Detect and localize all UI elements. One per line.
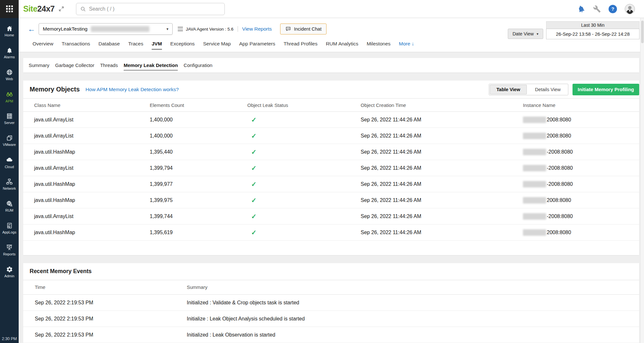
monitor-selector-dropdown[interactable]: MemoryLeakTesting ▾ [39, 23, 173, 35]
memory-event-row[interactable]: Sep 26, 2022 2:19:53 PM Initialize : Lea… [23, 311, 639, 327]
sidebar-item-home[interactable]: Home [0, 20, 19, 42]
incident-chat-label: Incident Chat [294, 26, 321, 32]
sidebar-item-reports[interactable]: Reports [0, 239, 19, 261]
binoculars-icon [6, 91, 13, 98]
tab-rum-analytics[interactable]: RUM Analytics [326, 40, 358, 48]
instance-name-cell: 2008:8080 [523, 133, 639, 139]
event-summary-cell: Initialize : Leak Object Analysis schedu… [187, 316, 639, 322]
column-header-instance-name: Instance Name [523, 102, 639, 108]
elements-count-cell: 1,395,440 [150, 149, 247, 155]
leak-status-cell: ✓ [247, 213, 361, 220]
memory-object-row[interactable]: java.util.ArrayList 1,399,794 ✓ Sep 26, … [23, 160, 639, 176]
jvm-subtabs: SummaryGarbage CollectorThreadsMemory Le… [23, 58, 639, 72]
tab-overview[interactable]: Overview [33, 40, 53, 48]
sidebar-clock: 2:30 PM [0, 337, 19, 341]
memory-object-row[interactable]: java.util.HashMap 1,399,975 ✓ Sep 26, 20… [23, 192, 639, 208]
tab-service-map[interactable]: Service Map [203, 40, 231, 48]
sidebar-item-cloud[interactable]: Cloud [0, 151, 19, 173]
redacted-text [91, 26, 149, 32]
memory-object-row[interactable]: java.util.HashMap 1,395,619 ✓ Sep 26, 20… [23, 224, 639, 241]
tab-exceptions[interactable]: Exceptions [170, 40, 195, 48]
subtab-memory-leak-detection[interactable]: Memory Leak Detection [124, 58, 178, 72]
leak-status-cell: ✓ [247, 148, 361, 156]
memory-object-row[interactable]: java.util.ArrayList 1,400,000 ✓ Sep 26, … [23, 128, 639, 144]
sidebar-item-vmware[interactable]: VMware [0, 129, 19, 151]
network-icon [6, 178, 13, 185]
memory-object-row[interactable]: java.util.HashMap 1,399,977 ✓ Sep 26, 20… [23, 176, 639, 192]
tab-transactions[interactable]: Transactions [62, 40, 90, 48]
date-range-picker[interactable]: 26-Sep-22 13:58 - 26-Sep-22 14:28 [546, 29, 639, 39]
tab-milestones[interactable]: Milestones [367, 40, 391, 48]
event-summary-cell: Initialized : Validate & Crop objects ta… [187, 300, 639, 306]
site24x7-logo[interactable]: Site24x7 [23, 4, 54, 14]
incident-chat-button[interactable]: Incident Chat [280, 24, 327, 34]
column-header-leak-status: Object Leak Status [247, 102, 361, 108]
elements-count-cell: 1,395,619 [150, 230, 247, 235]
how-it-works-link[interactable]: How APM Memory Leak Detection works? [86, 87, 179, 92]
column-header-elements-count: Elements Count [150, 102, 247, 108]
help-icon[interactable]: ? [609, 5, 617, 13]
redacted-text [523, 197, 546, 204]
tab-traces[interactable]: Traces [128, 40, 143, 48]
global-search[interactable] [76, 3, 225, 15]
tab-database[interactable]: Database [99, 40, 120, 48]
event-time-cell: Sep 26, 2022 2:19:53 PM [35, 316, 187, 322]
view-reports-link[interactable]: View Reports [242, 26, 272, 32]
tab-jvm[interactable]: JVM [152, 40, 162, 48]
sidebar-item-applogs[interactable]: AppLogs [0, 217, 19, 239]
subtab-garbage-collector[interactable]: Garbage Collector [55, 58, 94, 72]
tab-app-parameters[interactable]: App Parameters [239, 40, 275, 48]
check-icon: ✓ [251, 197, 257, 204]
date-view-button[interactable]: Date View ▾ [508, 29, 543, 39]
instance-name-cell: 2008:8080 [523, 117, 639, 123]
app-header: ← MemoryLeakTesting ▾ JAVA Agent Version… [19, 18, 644, 52]
class-name-cell: java.util.HashMap [34, 230, 150, 235]
instance-name-cell: -2008:8080 [523, 181, 639, 187]
gear-icon [6, 266, 13, 273]
subtab-threads[interactable]: Threads [100, 58, 118, 72]
app-launcher-button[interactable] [0, 0, 19, 18]
sidebar-item-server[interactable]: Server [0, 108, 19, 129]
sidebar-item-network[interactable]: Network [0, 173, 19, 195]
initiate-memory-profiling-button[interactable]: Initiate Memory Profiling [573, 84, 639, 95]
scrollbar-thumb[interactable] [641, 21, 644, 43]
memory-event-row[interactable]: Sep 26, 2022 2:19:53 PM Initialized : Le… [23, 327, 639, 343]
tab-thread-profiles[interactable]: Thread Profiles [284, 40, 317, 48]
creation-time-cell: Sep 26, 2022 11:44:26 AM [361, 133, 523, 139]
class-name-cell: java.util.ArrayList [34, 165, 150, 171]
instance-name-cell: -2008:8080 [523, 165, 639, 171]
elements-count-cell: 1,399,975 [150, 197, 247, 203]
notification-bell-icon[interactable] [577, 5, 585, 13]
sidebar-item-alarms[interactable]: Alarms [0, 42, 19, 64]
sidebar-item-web[interactable]: Web [0, 64, 19, 86]
topbar-actions: ? [577, 4, 635, 14]
table-view-toggle[interactable]: Table View [490, 85, 527, 94]
subtab-summary[interactable]: Summary [29, 58, 49, 72]
tab-more[interactable]: More ↓ [399, 40, 414, 48]
sidebar-item-apm[interactable]: APM [0, 86, 19, 108]
monitor-menu-icon[interactable] [178, 27, 183, 31]
details-view-toggle[interactable]: Details View [528, 85, 567, 94]
leak-status-cell: ✓ [247, 196, 361, 204]
memory-event-row[interactable]: Sep 26, 2022 2:19:53 PM Initialized : Va… [23, 295, 639, 311]
globe-icon [6, 69, 13, 76]
vertical-scrollbar[interactable] [640, 18, 644, 343]
section-title: Recent Memory Events [30, 268, 92, 275]
expand-icon[interactable] [58, 6, 64, 12]
sidebar-item-rum[interactable]: RUM [0, 195, 19, 217]
user-avatar[interactable] [625, 4, 635, 14]
check-icon: ✓ [251, 148, 257, 156]
class-name-cell: java.util.HashMap [34, 197, 150, 203]
check-icon: ✓ [251, 132, 257, 139]
memory-object-row[interactable]: java.util.ArrayList 1,400,000 ✓ Sep 26, … [23, 112, 639, 128]
back-arrow-icon[interactable]: ← [28, 25, 35, 33]
subtab-configuration[interactable]: Configuration [184, 58, 212, 72]
tools-wrench-icon[interactable] [593, 5, 601, 13]
search-input[interactable] [89, 6, 221, 12]
sidebar-item-admin[interactable]: Admin [0, 261, 19, 283]
column-header-time: Time [35, 284, 187, 290]
server-icon [6, 113, 13, 119]
creation-time-cell: Sep 26, 2022 11:44:26 AM [361, 181, 523, 187]
memory-object-row[interactable]: java.util.HashMap 1,395,440 ✓ Sep 26, 20… [23, 144, 639, 160]
memory-object-row[interactable]: java.util.ArrayList 1,399,744 ✓ Sep 26, … [23, 208, 639, 224]
